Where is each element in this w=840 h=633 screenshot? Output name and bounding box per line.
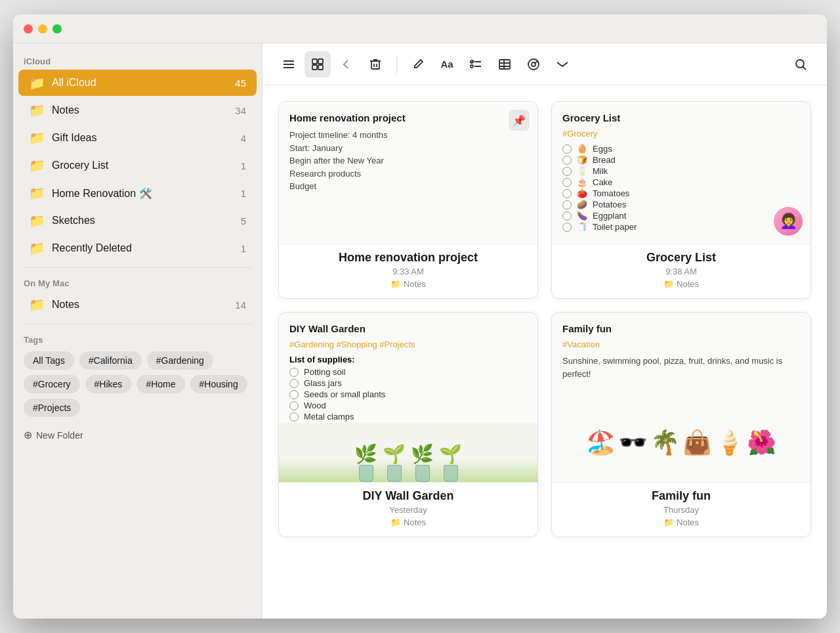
sidebar-item-label: Sketches: [52, 215, 234, 227]
note-footer: Family fun Thursday 📁 Notes: [552, 482, 810, 536]
sidebar-item-grocery-list[interactable]: 📁 Grocery List 1: [18, 152, 257, 179]
tag-grocery[interactable]: #Grocery: [24, 375, 80, 393]
svg-rect-7: [371, 61, 379, 69]
check-item: Seeds or small plants: [289, 389, 527, 399]
maximize-button[interactable]: [52, 24, 62, 33]
sidebar-item-label: All iCloud: [52, 77, 228, 89]
note-preview: Home renovation project Project timeline…: [279, 102, 537, 244]
check-label: Glass jars: [304, 378, 342, 388]
check-item: Potting soil: [289, 367, 527, 377]
table-button[interactable]: [492, 51, 518, 77]
title-bar: [13, 14, 827, 43]
check-item: Wood: [289, 401, 527, 410]
note-card-family-fun[interactable]: Family fun #Vacation Sunshine, swimming …: [551, 312, 811, 537]
check-icon: 🥚: [577, 144, 587, 154]
folder-icon: 📁: [29, 158, 45, 173]
tag-home[interactable]: #Home: [136, 375, 184, 393]
check-circle: [289, 379, 299, 388]
sidebar-item-label: Gift Ideas: [52, 132, 234, 144]
folder-icon: 📁: [29, 185, 45, 201]
plant-leaves-icon: 🌿: [354, 443, 377, 465]
plant-jar-body: [359, 465, 373, 482]
minimize-button[interactable]: [38, 24, 47, 33]
note-card-grocery[interactable]: Grocery List #Grocery 🥚Eggs 🍞Bread 🥛Milk…: [551, 101, 811, 299]
format-button[interactable]: Aa: [434, 51, 460, 77]
sticker-hibiscus: 🌺: [747, 429, 776, 456]
plant-jar-body: [415, 465, 430, 482]
close-button[interactable]: [24, 24, 33, 33]
search-button[interactable]: [788, 51, 814, 77]
note-footer-folder: 📁 Notes: [289, 279, 527, 289]
note-card-diy-garden[interactable]: DIY Wall Garden #Gardening #Shopping #Pr…: [278, 312, 538, 537]
note-footer: Grocery List 9:38 AM 📁 Notes: [552, 244, 810, 298]
sidebar-item-mac-notes[interactable]: 📁 Notes 14: [18, 292, 257, 318]
note-preview: DIY Wall Garden #Gardening #Shopping #Pr…: [279, 313, 537, 423]
sidebar-item-gift-ideas[interactable]: 📁 Gift Ideas 4: [18, 125, 257, 151]
content-area: Aa: [262, 43, 827, 619]
note-card-home-reno[interactable]: Home renovation project Project timeline…: [278, 101, 538, 299]
checklist-button[interactable]: [463, 51, 489, 77]
new-folder-button[interactable]: ⊕ New Folder: [13, 422, 262, 448]
check-circle: [289, 412, 299, 422]
sidebar-item-count: 1: [241, 243, 246, 254]
check-item: 🎂Cake: [562, 177, 800, 187]
sidebar-item-count: 1: [241, 188, 246, 199]
tag-projects[interactable]: #Projects: [24, 399, 80, 417]
note-text: Sunshine, swimming pool, pizza, fruit, d…: [562, 355, 800, 380]
sidebar-item-home-renovation[interactable]: 📁 Home Renovation 🛠️ 1: [18, 180, 257, 206]
tag-california[interactable]: #California: [79, 351, 142, 370]
sidebar-item-label: Grocery List: [52, 160, 234, 171]
sidebar-item-count: 5: [241, 215, 246, 227]
folder-icon-small: 📁: [390, 517, 401, 527]
svg-rect-3: [312, 59, 317, 64]
tag-hikes[interactable]: #Hikes: [85, 375, 132, 393]
list-view-button[interactable]: [276, 51, 302, 77]
note-title: Grocery List: [562, 112, 800, 123]
plant-jar-body: [444, 465, 458, 482]
sidebar-item-label: Home Renovation 🛠️: [52, 187, 234, 200]
plant-leaves-icon: 🌱: [439, 443, 462, 465]
tags-label: Tags: [24, 335, 251, 345]
check-label: Seeds or small plants: [304, 389, 385, 399]
plus-icon: ⊕: [24, 429, 32, 441]
main-layout: iCloud 📁 All iCloud 45 📁 Notes 34 📁 Gift…: [13, 43, 827, 619]
note-footer: Home renovation project 9:33 AM 📁 Notes: [279, 244, 537, 298]
check-circle: [562, 156, 572, 165]
plant-leaves-icon: 🌿: [411, 443, 434, 465]
check-circle: [562, 211, 572, 221]
check-icon: 🥛: [577, 166, 587, 176]
check-label: Potatoes: [593, 200, 626, 209]
plant-jar: 🌱: [383, 443, 406, 482]
note-footer-title: Grocery List: [562, 251, 800, 265]
tag-gardening[interactable]: #Gardening: [147, 351, 213, 370]
delete-button[interactable]: [362, 51, 388, 77]
folder-icon-small: 📁: [663, 279, 674, 289]
check-circle: [289, 401, 299, 410]
tag-housing[interactable]: #Housing: [190, 375, 247, 393]
check-item: 🍅Tomatoes: [562, 188, 800, 198]
compose-button[interactable]: [405, 51, 431, 77]
back-button[interactable]: [333, 51, 360, 77]
check-icon: 🥔: [577, 200, 587, 209]
note-footer-time: Yesterday: [289, 505, 527, 515]
divider: [24, 324, 251, 324]
sidebar-item-recently-deleted[interactable]: 📁 Recently Deleted 1: [18, 235, 257, 261]
new-folder-label: New Folder: [36, 430, 83, 441]
folder-icon-small: 📁: [663, 517, 674, 527]
sidebar-item-notes[interactable]: 📁 Notes 34: [18, 97, 257, 123]
sidebar-item-all-icloud[interactable]: 📁 All iCloud 45: [18, 70, 257, 96]
check-icon: 🍞: [577, 155, 587, 165]
sidebar-item-sketches[interactable]: 📁 Sketches 5: [18, 207, 257, 234]
grid-view-button[interactable]: [304, 51, 331, 77]
pin-button[interactable]: 📌: [509, 110, 530, 131]
tag-all-tags[interactable]: All Tags: [24, 351, 74, 370]
check-circle: [562, 144, 572, 154]
more-button[interactable]: [549, 51, 576, 77]
check-circle: [562, 223, 572, 232]
divider: [24, 267, 251, 268]
sidebar-item-count: 45: [235, 77, 246, 89]
note-footer-time: 9:33 AM: [289, 267, 527, 276]
share-button[interactable]: [520, 51, 547, 77]
plant-jar: 🌿: [354, 443, 377, 482]
note-footer-folder: 📁 Notes: [289, 517, 527, 527]
